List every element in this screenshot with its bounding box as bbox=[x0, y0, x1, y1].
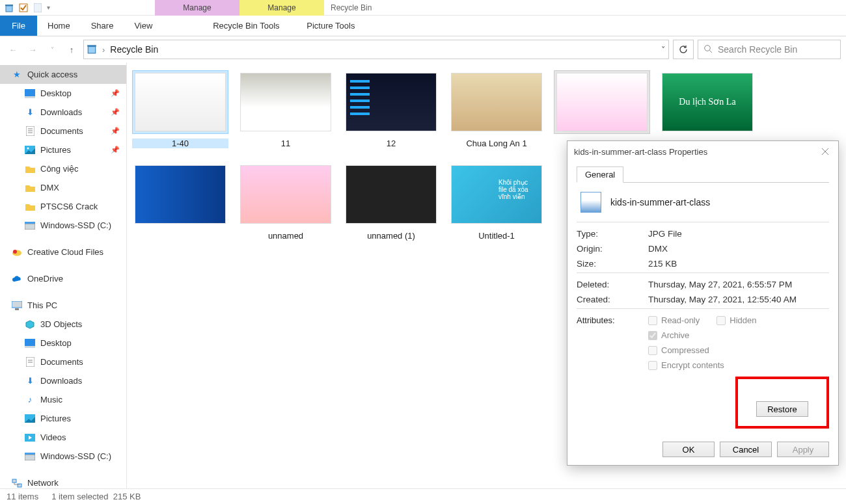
encrypt-checkbox[interactable]: Encrypt contents bbox=[648, 360, 829, 370]
music-icon: ♪ bbox=[25, 395, 35, 405]
sidebar-item-folder[interactable]: DMX bbox=[0, 178, 126, 197]
hidden-checkbox[interactable]: Hidden bbox=[716, 315, 756, 325]
drive-icon bbox=[25, 220, 35, 231]
archive-checkbox[interactable]: Archive bbox=[648, 330, 829, 340]
svg-rect-30 bbox=[25, 453, 35, 455]
sidebar-item-music[interactable]: ♪Music bbox=[0, 390, 126, 409]
qat-dropdown-icon[interactable]: ▾ bbox=[47, 4, 50, 11]
recycle-bin-icon bbox=[87, 44, 97, 56]
svg-rect-31 bbox=[12, 479, 16, 483]
title-bar: ▾ Manage Manage Recycle Bin bbox=[0, 0, 846, 16]
svg-rect-22 bbox=[25, 339, 35, 346]
properties-checkmark-icon[interactable] bbox=[18, 3, 29, 13]
svg-rect-1 bbox=[5, 5, 13, 6]
sidebar-item-pictures[interactable]: Pictures📌 bbox=[0, 140, 126, 159]
home-tab[interactable]: Home bbox=[37, 16, 81, 36]
address-dropdown-icon[interactable]: ˅ bbox=[661, 45, 666, 55]
sidebar-item-folder[interactable]: Công việc bbox=[0, 159, 126, 178]
sidebar-item-downloads[interactable]: ⬇Downloads bbox=[0, 371, 126, 390]
sidebar-item-documents[interactable]: Documents bbox=[0, 352, 126, 371]
recycle-bin-icon bbox=[4, 3, 14, 13]
svg-rect-5 bbox=[87, 45, 96, 46]
svg-rect-0 bbox=[6, 6, 12, 12]
svg-point-6 bbox=[705, 45, 711, 51]
manage-tab-header-2[interactable]: Manage bbox=[239, 0, 324, 16]
folder-icon bbox=[25, 164, 35, 174]
dialog-title-bar[interactable]: kids-in-summer-art-class Properties bbox=[567, 141, 838, 162]
sidebar-item-thispc[interactable]: This PC bbox=[0, 296, 126, 315]
svg-rect-9 bbox=[25, 96, 35, 98]
ribbon-tabs: File Home Share View Recycle Bin Tools P… bbox=[0, 16, 846, 36]
sidebar-item-3dobjects[interactable]: 3D Objects bbox=[0, 315, 126, 334]
up-button[interactable]: ↑ bbox=[64, 42, 79, 57]
recycle-bin-tools-tab[interactable]: Recycle Bin Tools bbox=[204, 16, 288, 36]
dialog-tabs: General bbox=[577, 166, 829, 183]
sidebar-item-downloads[interactable]: ⬇Downloads📌 bbox=[0, 103, 126, 122]
restore-button[interactable]: Restore bbox=[756, 401, 808, 417]
sidebar-item-network[interactable]: Network bbox=[0, 473, 126, 488]
file-item[interactable]: Untitled-1 bbox=[448, 163, 545, 241]
search-icon bbox=[703, 44, 713, 55]
nav-pane[interactable]: ★ Quick access Desktop📌 ⬇Downloads📌 Docu… bbox=[0, 62, 127, 488]
compressed-checkbox[interactable]: Compressed bbox=[648, 345, 829, 355]
svg-rect-8 bbox=[25, 89, 35, 96]
desktop-icon bbox=[25, 338, 35, 349]
network-icon bbox=[12, 478, 22, 488]
forward-button[interactable]: → bbox=[25, 42, 40, 57]
file-item[interactable]: 12 bbox=[343, 70, 439, 153]
sidebar-item-drive[interactable]: Windows-SSD (C:) bbox=[0, 447, 126, 466]
pin-icon: 📌 bbox=[111, 89, 120, 98]
svg-rect-16 bbox=[25, 224, 35, 230]
sidebar-item-desktop[interactable]: Desktop bbox=[0, 334, 126, 352]
sidebar-item-folder[interactable]: PTSCS6 Crack bbox=[0, 197, 126, 216]
contextual-tab-headers: Manage Manage bbox=[155, 0, 324, 16]
sidebar-item-desktop[interactable]: Desktop📌 bbox=[0, 84, 126, 103]
value-type: JPG File bbox=[648, 229, 829, 239]
cancel-button[interactable]: Cancel bbox=[720, 442, 772, 457]
svg-point-15 bbox=[27, 148, 29, 150]
sidebar-item-onedrive[interactable]: OneDrive bbox=[0, 269, 126, 288]
sidebar-item-videos[interactable]: Videos bbox=[0, 428, 126, 447]
status-bar: 11 items 1 item selected 215 KB bbox=[0, 488, 846, 504]
chevron-right-icon[interactable]: › bbox=[102, 45, 105, 55]
file-item[interactable]: 11 bbox=[238, 70, 334, 153]
file-tab[interactable]: File bbox=[0, 16, 37, 36]
creative-cloud-icon bbox=[12, 247, 22, 258]
window-title: Recycle Bin bbox=[324, 0, 372, 15]
file-item[interactable]: unnamed (1) bbox=[343, 163, 439, 241]
close-button[interactable] bbox=[816, 144, 834, 159]
back-button[interactable]: ← bbox=[5, 42, 21, 57]
refresh-button[interactable] bbox=[673, 40, 694, 59]
readonly-checkbox[interactable]: Read-only bbox=[648, 315, 700, 325]
apply-button[interactable]: Apply bbox=[777, 442, 829, 457]
recent-locations-button[interactable]: ˅ bbox=[44, 42, 60, 57]
svg-rect-17 bbox=[25, 222, 35, 224]
sidebar-item-documents[interactable]: Documents📌 bbox=[0, 122, 126, 140]
desktop-icon bbox=[25, 88, 35, 99]
share-tab[interactable]: Share bbox=[81, 16, 124, 36]
manage-tab-header-1[interactable]: Manage bbox=[155, 0, 239, 16]
quick-access-group[interactable]: ★ Quick access bbox=[0, 65, 126, 84]
cloud-icon bbox=[12, 274, 22, 284]
file-item[interactable] bbox=[132, 163, 228, 241]
search-input[interactable] bbox=[718, 44, 835, 55]
general-tab[interactable]: General bbox=[577, 166, 623, 183]
sidebar-item-drive[interactable]: Windows-SSD (C:) bbox=[0, 216, 126, 235]
file-item[interactable]: Chua Long An 1 bbox=[448, 70, 545, 153]
file-type-icon bbox=[580, 192, 601, 213]
address-location[interactable]: Recycle Bin bbox=[110, 44, 158, 55]
svg-rect-3 bbox=[34, 3, 42, 12]
view-tab[interactable]: View bbox=[124, 16, 163, 36]
address-bar[interactable]: › Recycle Bin ˅ bbox=[83, 40, 669, 59]
quick-access-toolbar: ▾ bbox=[0, 0, 54, 15]
sidebar-item-ccf[interactable]: Creative Cloud Files bbox=[0, 243, 126, 261]
pictures-icon bbox=[25, 145, 35, 155]
svg-line-7 bbox=[710, 50, 713, 53]
search-box[interactable] bbox=[698, 40, 841, 59]
ok-button[interactable]: OK bbox=[662, 442, 715, 457]
picture-tools-tab[interactable]: Picture Tools bbox=[288, 16, 373, 36]
file-item[interactable]: unnamed bbox=[238, 163, 334, 241]
file-item[interactable]: 1-40 bbox=[132, 70, 228, 153]
sidebar-item-pictures[interactable]: Pictures bbox=[0, 409, 126, 428]
blank-doc-icon[interactable] bbox=[33, 3, 43, 13]
